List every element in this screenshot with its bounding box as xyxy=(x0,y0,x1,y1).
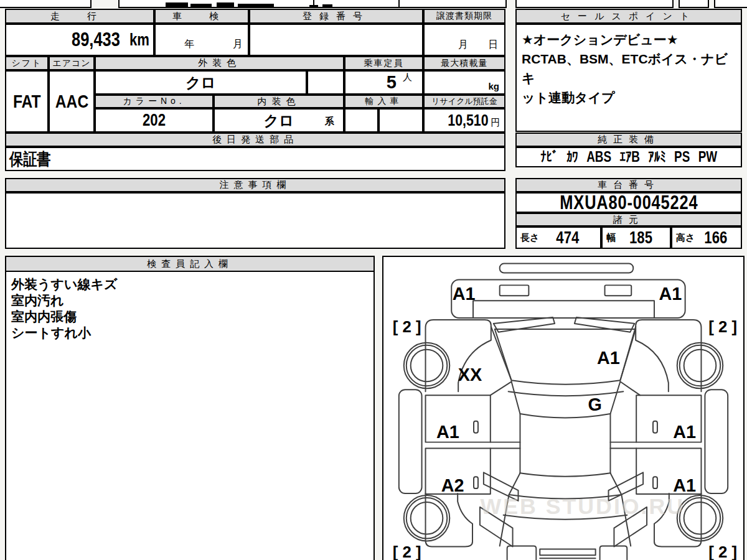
spec-height-value: 166 xyxy=(698,228,733,248)
recycle-deposit-value-cell: 10,510 円 xyxy=(423,108,505,133)
shift-value-cell: FAT xyxy=(5,70,49,133)
car-diagram-box: WEB STUDIO.RU A1 A1 [ 2 ] [ 2 ] A1 XX G … xyxy=(382,256,745,560)
shift-value: FAT xyxy=(13,91,41,112)
max-load-header-label: 最大積載量 xyxy=(441,58,488,69)
recycle-deposit-unit: 円 xyxy=(491,112,500,129)
exterior-color-sub-cell xyxy=(307,70,344,95)
shaken-year-label: 年 xyxy=(184,38,194,51)
transfer-day-label: 日 xyxy=(488,39,498,52)
rocker-rail-right xyxy=(705,390,728,493)
grille-line xyxy=(473,301,654,318)
later-shipping-value: 保証書 xyxy=(9,148,50,170)
wheel-front-left-ring xyxy=(406,345,448,386)
inspector-note-line: 室内汚れ xyxy=(11,292,369,309)
wheel-rear-left-ring xyxy=(406,498,448,539)
chassis-number-header-label: 車台番号 xyxy=(598,179,660,191)
wheel-front-left-hub xyxy=(411,350,443,382)
spec-length-cell: 長さ 474 xyxy=(515,226,601,249)
transfer-month-label: 月 xyxy=(458,39,468,52)
truncated-text-remnant xyxy=(166,2,188,8)
inspector-notes-box: 外装うすい線キズ 室内汚れ 室内内張傷 シートすれ小 xyxy=(5,272,375,560)
inspector-note-line: シートすれ小 xyxy=(11,325,369,341)
truncated-cell xyxy=(398,0,507,8)
equipment-value-cell: ﾅﾋﾞ ｶﾜ ABS ｴｱB ｱﾙﾐ PS PW xyxy=(515,147,742,167)
sales-points-line: RCTAB、BSM、ETCボイス・ナビキ xyxy=(522,49,736,88)
truncated-cell xyxy=(679,0,709,8)
wheel-rear-right-hub xyxy=(684,502,716,534)
interior-color-value: クロ xyxy=(263,111,294,131)
damage-marker-door-front-right: A1 xyxy=(673,422,696,442)
equipment-header-label: 純正装備 xyxy=(598,134,660,146)
inspector-box-divider xyxy=(5,271,375,272)
tire-marker-rear-left: [ 2 ] xyxy=(393,543,421,560)
pillar-join-left xyxy=(491,381,512,395)
transfer-docs-value-cell: 月 日 xyxy=(423,24,505,56)
shaken-value-cell: 年 月 xyxy=(154,24,249,56)
truncated-cell xyxy=(0,0,92,8)
door-handle-front-left xyxy=(474,421,478,433)
damage-marker-fender-left: XX xyxy=(458,365,482,385)
sales-points-box: ★オークションデビュー★ RCTAB、BSM、ETCボイス・ナビキ ット連動タイ… xyxy=(515,24,742,132)
damage-marker-roof: G xyxy=(588,394,601,414)
exterior-color-header: 外装色 xyxy=(95,56,344,70)
front-fender-right xyxy=(636,320,701,391)
tire-marker-front-right: [ 2 ] xyxy=(708,318,737,335)
later-shipping-header: 後日発送部品 xyxy=(5,133,505,147)
spec-width-cell: 幅 185 xyxy=(601,226,671,249)
front-panel xyxy=(451,279,685,318)
truncated-cell xyxy=(515,0,674,8)
aircon-header-label: エアコン xyxy=(52,58,90,69)
inspector-note-line: 室内内張傷 xyxy=(11,309,369,325)
sales-points-header-label: セールスポイント xyxy=(561,11,697,22)
truncated-text-remnant xyxy=(322,4,332,8)
sales-points-header: セールスポイント xyxy=(515,9,742,24)
shift-header: シフト xyxy=(5,56,49,70)
spec-width-value: 185 xyxy=(620,228,661,248)
damage-marker-door-rear-right: A1 xyxy=(673,475,696,495)
spec-width-label: 幅 xyxy=(606,232,616,244)
inspector-note-line: 外装うすい線キズ xyxy=(11,276,369,292)
spec-height-cell: 高さ 166 xyxy=(671,226,742,249)
interior-color-suffix: 系 xyxy=(325,116,334,128)
truncated-text-remnant xyxy=(190,4,212,8)
equipment-value: ﾅﾋﾞ ｶﾜ ABS ｴｱB ｱﾙﾐ PS PW xyxy=(540,149,717,166)
aircon-header: エアコン xyxy=(49,56,95,70)
watermark: WEB STUDIO.RU xyxy=(480,494,685,519)
wheel-front-right-hub xyxy=(684,350,716,382)
imported-value-cell-2 xyxy=(378,108,423,133)
truncated-text-remnant xyxy=(238,4,274,8)
notes-header-label: 注意事項欄 xyxy=(220,179,291,191)
max-load-header: 最大積載量 xyxy=(423,56,505,70)
color-no-value-cell: 202 xyxy=(95,108,214,133)
spec-height-label: 高さ xyxy=(676,232,695,244)
truncated-text-remnant xyxy=(309,5,318,8)
shaken-header: 車 検 xyxy=(154,9,249,24)
capacity-header: 乗車定員 xyxy=(344,56,423,70)
damage-marker-door-rear-left: A2 xyxy=(441,475,464,495)
inspector-notes-header-label: 検査員記入欄 xyxy=(147,258,233,270)
chassis-number-value-cell: MXUA80-0045224 xyxy=(515,192,742,213)
mileage-header-label: 走 行 xyxy=(50,11,109,22)
imported-header: 輸入車 xyxy=(344,95,423,108)
specs-header: 諸元 xyxy=(515,213,742,226)
interior-color-header-label: 内装色 xyxy=(258,96,301,108)
capacity-header-label: 乗車定員 xyxy=(364,58,404,69)
mileage-header: 走 行 xyxy=(5,9,154,24)
capacity-unit: 人 xyxy=(403,72,412,83)
exterior-color-value: クロ xyxy=(186,73,216,93)
truncated-top-row xyxy=(0,0,747,8)
mileage-value: 89,433 xyxy=(72,29,120,51)
roof-rear-edge xyxy=(520,473,610,476)
cowl-left xyxy=(494,317,555,332)
shaken-month-label: 月 xyxy=(233,38,243,51)
damage-marker-windshield: A1 xyxy=(597,348,620,368)
recycle-deposit-header: リサイクル預託金 xyxy=(423,95,505,108)
pillar-join-right xyxy=(620,381,640,395)
interior-color-value-cell: クロ 系 xyxy=(214,108,344,133)
exterior-color-header-label: 外装色 xyxy=(198,57,241,69)
registration-value-cell xyxy=(249,24,423,56)
door-handle-front-right xyxy=(653,421,657,433)
recycle-deposit-header-label: リサイクル預託金 xyxy=(431,96,497,107)
transfer-docs-header: 譲渡書類期限 xyxy=(423,9,505,24)
color-no-header-label: カラーNo. xyxy=(123,96,185,107)
